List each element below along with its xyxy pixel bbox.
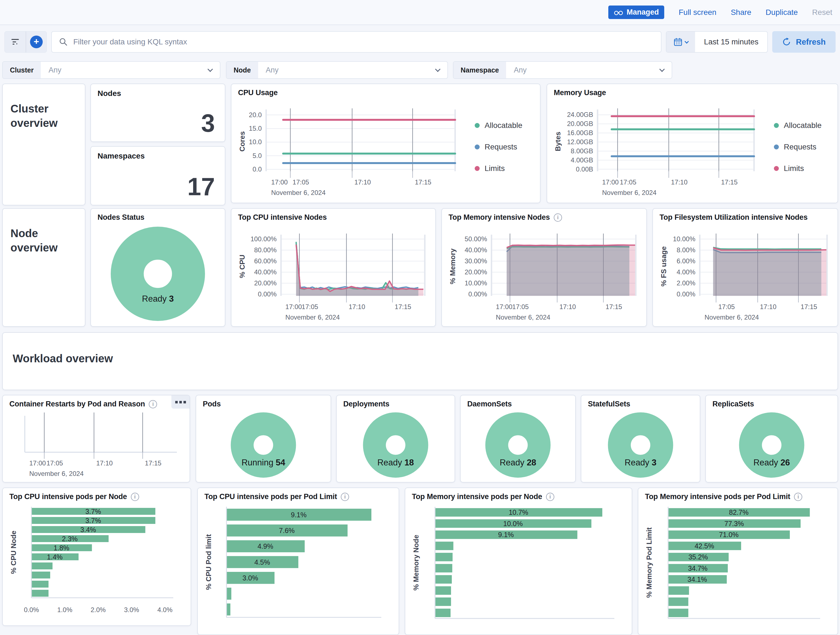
svg-text:17:05: 17:05 — [292, 178, 309, 186]
workload-overview-heading: Workload overview — [3, 342, 837, 366]
svg-text:80.00%: 80.00% — [254, 246, 276, 254]
svg-text:17:00: 17:00 — [602, 178, 619, 186]
svg-text:0.00%: 0.00% — [468, 290, 487, 298]
kql-search-input[interactable]: Filter your data using KQL syntax — [51, 31, 662, 53]
memory-usage-chart[interactable]: 0.00B4.00GB8.00GB12.00GB16.00GB20.00GB24… — [549, 99, 835, 200]
panel-title: ReplicaSets — [712, 400, 754, 409]
svg-text:3.7%: 3.7% — [85, 508, 101, 515]
top-cpu-pods-limit-chart[interactable]: 9.1%7.6%4.9%4.5%3.0%% CPU Pod limit — [200, 503, 396, 635]
replicasets-donut[interactable]: Ready 26 — [708, 410, 835, 480]
top-filesystem-nodes-chart[interactable]: 0.00%2.00%4.00%6.00%8.00%10.00%17:0517:1… — [655, 223, 835, 324]
refresh-button[interactable]: Refresh — [772, 31, 835, 53]
filter-bar: Cluster Any Node Any Namespace Any — [0, 61, 840, 81]
donut-status-label: Ready 3 — [93, 294, 223, 304]
node-filter-dropdown[interactable]: Node Any — [226, 61, 448, 79]
svg-text:% CPU Pod limit: % CPU Pod limit — [204, 534, 213, 590]
time-range-display[interactable]: Last 15 minutes — [695, 32, 767, 52]
nodes-status-donut[interactable]: Ready 3 — [93, 223, 223, 324]
duplicate-button[interactable]: Duplicate — [766, 8, 798, 17]
panel-node-overview: Node overview — [2, 208, 85, 327]
svg-text:17:10: 17:10 — [96, 459, 113, 467]
legend-item[interactable]: Requests — [475, 143, 523, 151]
svg-text:17:00: 17:00 — [286, 303, 302, 310]
svg-text:12.00GB: 12.00GB — [567, 138, 593, 146]
panel-top-cpu-pods-node: Top CPU intensive pods per Node i 3.7%3.… — [2, 488, 191, 626]
panel-title: DaemonSets — [467, 400, 512, 409]
top-bar: Managed Full screen Share Duplicate Rese… — [0, 0, 840, 25]
legend-item[interactable]: Requests — [774, 143, 821, 151]
cpu-usage-chart[interactable]: 0.05.010.015.020.017:0017:0517:1017:15No… — [234, 99, 538, 200]
namespace-filter-dropdown[interactable]: Namespace Any — [453, 61, 672, 79]
search-placeholder: Filter your data using KQL syntax — [73, 38, 187, 46]
panel-workload-overview: Workload overview — [2, 332, 838, 390]
svg-text:17:10: 17:10 — [349, 303, 365, 310]
info-icon[interactable]: i — [546, 493, 554, 501]
cluster-filter-dropdown[interactable]: Cluster Any — [2, 61, 220, 79]
top-memory-pods-node-chart[interactable]: 10.7%10.0%9.1%% Memory Node — [407, 503, 630, 635]
svg-text:0.00B: 0.00B — [576, 165, 593, 173]
panel-title: Top Memory intensive pods per Pod Limit — [645, 492, 790, 501]
svg-text:6.00%: 6.00% — [677, 257, 695, 265]
legend-item[interactable]: Allocatable — [475, 121, 523, 130]
panel-title: Top Filesystem Utilization intensive Nod… — [660, 213, 807, 222]
full-screen-button[interactable]: Full screen — [679, 8, 716, 17]
date-picker-button[interactable] — [666, 32, 695, 52]
container-restarts-chart[interactable]: 17:0017:0517:1017:15November 6, 2024 — [5, 410, 187, 480]
svg-text:17:05: 17:05 — [718, 303, 735, 310]
top-cpu-nodes-chart[interactable]: 0.00%20.00%40.00%60.00%80.00%100.00%17:0… — [234, 223, 433, 324]
add-filter-button[interactable]: + — [25, 32, 47, 52]
panel-options-button[interactable] — [171, 395, 189, 409]
info-icon[interactable]: i — [131, 493, 139, 501]
panel-memory-usage: Memory Usage 0.00B4.00GB8.00GB12.00GB16.… — [546, 84, 838, 203]
top-cpu-pods-node-chart[interactable]: 3.7%3.7%3.4%2.3%1.8%1.4%0.0%1.0%2.0%3.0%… — [5, 503, 188, 623]
options-icon — [175, 401, 178, 404]
svg-text:% CPU: % CPU — [238, 255, 246, 278]
svg-text:10.7%: 10.7% — [508, 508, 528, 516]
legend-item[interactable]: Limits — [774, 164, 821, 173]
legend-item[interactable]: Allocatable — [774, 121, 821, 130]
svg-text:November 6, 2024: November 6, 2024 — [496, 314, 550, 321]
svg-text:1.0%: 1.0% — [57, 606, 73, 613]
svg-text:4.00%: 4.00% — [677, 268, 695, 276]
svg-text:17:05: 17:05 — [302, 303, 318, 310]
info-icon[interactable]: i — [149, 400, 157, 409]
info-icon[interactable]: i — [554, 214, 562, 222]
svg-text:November 6, 2024: November 6, 2024 — [286, 314, 340, 321]
donut-status-label: Ready 18 — [339, 458, 452, 468]
legend-item[interactable]: Limits — [475, 164, 523, 173]
statefulsets-donut[interactable]: Ready 3 — [584, 410, 698, 480]
svg-text:17:15: 17:15 — [721, 178, 737, 186]
svg-text:4.00GB: 4.00GB — [571, 156, 593, 164]
pods-donut[interactable]: Running 54 — [198, 410, 328, 480]
panel-title: Top CPU intensive pods per Node — [9, 492, 127, 501]
svg-text:1.8%: 1.8% — [54, 544, 69, 552]
reset-button[interactable]: Reset — [812, 8, 832, 17]
svg-text:71.0%: 71.0% — [719, 531, 739, 538]
svg-text:% FS usage: % FS usage — [660, 246, 668, 287]
svg-text:42.5%: 42.5% — [695, 542, 714, 550]
svg-text:9.1%: 9.1% — [291, 511, 306, 519]
query-menu-group: + — [5, 31, 47, 53]
chevron-down-icon — [659, 67, 665, 72]
info-icon[interactable]: i — [341, 493, 349, 501]
svg-text:9.1%: 9.1% — [498, 531, 514, 538]
deployments-donut[interactable]: Ready 18 — [339, 410, 452, 480]
panel-nodes-status: Nodes Status Ready 3 — [90, 208, 225, 327]
top-memory-pods-limit-chart[interactable]: 82.7%77.3%71.0%42.5%35.2%34.7%34.1%% Mem… — [641, 503, 835, 635]
managed-badge[interactable]: Managed — [608, 6, 664, 19]
node-overview-heading: Node overview — [3, 218, 85, 255]
daemonsets-donut[interactable]: Ready 28 — [463, 410, 573, 480]
info-icon[interactable]: i — [794, 493, 802, 501]
panel-container-restarts: Container Restarts by Pod and Reason i 1… — [2, 395, 190, 483]
panel-deployments: Deployments Ready 18 — [336, 395, 455, 483]
svg-text:0.00%: 0.00% — [677, 290, 695, 298]
share-button[interactable]: Share — [731, 8, 751, 17]
svg-text:20.00%: 20.00% — [254, 279, 276, 287]
svg-text:0.00%: 0.00% — [258, 290, 276, 298]
top-memory-nodes-chart[interactable]: 0.00%10.00%20.00%30.00%40.00%50.00%17:00… — [444, 223, 644, 324]
svg-text:November 6, 2024: November 6, 2024 — [602, 189, 657, 196]
filter-menu-button[interactable] — [5, 32, 25, 52]
panel-top-memory-pods-limit: Top Memory intensive pods per Pod Limit … — [638, 488, 838, 635]
svg-text:100.00%: 100.00% — [250, 235, 276, 243]
panel-title: Top CPU intensive pods per Pod Limit — [204, 492, 337, 501]
